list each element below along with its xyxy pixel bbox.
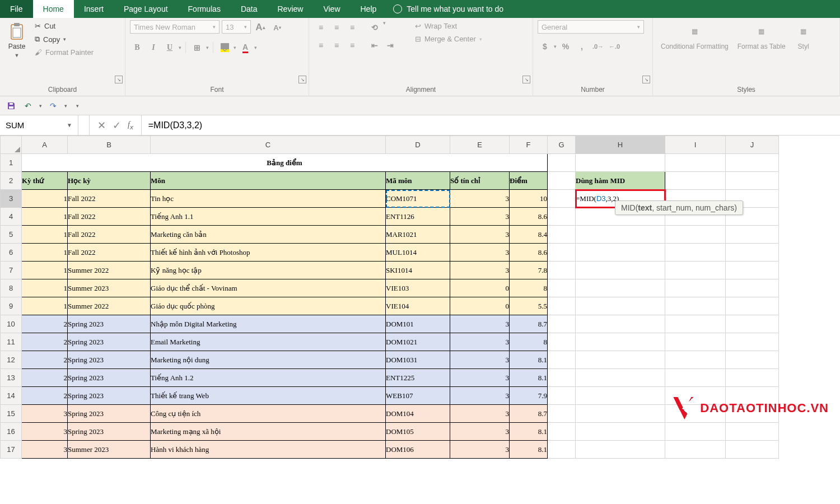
cell-A15[interactable]: 3 — [22, 405, 68, 423]
cell-G10[interactable] — [548, 315, 576, 333]
cell-F16[interactable]: 8.1 — [510, 423, 548, 441]
row-header-9[interactable]: 9 — [1, 297, 22, 315]
cell-C5[interactable]: Marketing căn bản — [151, 226, 386, 244]
cell-G16[interactable] — [548, 423, 576, 441]
cell-C12[interactable]: Marketing nội dung — [151, 351, 386, 369]
cell-D5[interactable]: MAR1021 — [386, 226, 450, 244]
accounting-icon[interactable]: $ — [538, 39, 552, 54]
cell-D12[interactable]: DOM1031 — [386, 351, 450, 369]
cell-B11[interactable]: Spring 2023 — [68, 333, 151, 351]
increase-decimal-icon[interactable]: .0→ — [591, 39, 605, 54]
cell-H17[interactable] — [576, 441, 665, 459]
underline-button[interactable]: U — [162, 40, 177, 55]
number-dialog-launcher[interactable]: ↘ — [642, 76, 650, 83]
cell-E17[interactable]: 3 — [450, 441, 510, 459]
cell-B9[interactable]: Summer 2022 — [68, 297, 151, 315]
cell-H15[interactable] — [576, 405, 665, 423]
cell-D3[interactable]: COM1071 — [386, 190, 450, 208]
row-header-12[interactable]: 12 — [1, 351, 22, 369]
cell-G17[interactable] — [548, 441, 576, 459]
cell-D7[interactable]: SKI1014 — [386, 262, 450, 279]
format-painter-button[interactable]: 🖌Format Painter — [31, 46, 97, 58]
cell-A17[interactable]: 3 — [22, 441, 68, 459]
row-header-14[interactable]: 14 — [1, 387, 22, 405]
cell-B8[interactable]: Summer 2023 — [68, 279, 151, 297]
header-kythu[interactable]: Kỳ thứ — [22, 172, 68, 190]
col-header-F[interactable]: F — [510, 136, 548, 154]
orientation-icon[interactable]: ⟲ — [367, 20, 382, 35]
cell-C6[interactable]: Thiết kế hình ảnh với Photoshop — [151, 244, 386, 262]
cell-G3[interactable] — [548, 190, 576, 208]
cell-C9[interactable]: Giáo dục quốc phòng — [151, 297, 386, 315]
cell-H7[interactable] — [576, 262, 665, 279]
conditional-formatting-button[interactable]: ▦Conditional Formatting — [657, 20, 732, 53]
wrap-text-button[interactable]: ↩Wrap Text — [412, 20, 486, 32]
cell-H16[interactable] — [576, 423, 665, 441]
cell-B16[interactable]: Spring 2023 — [68, 423, 151, 441]
cell-C4[interactable]: Tiếng Anh 1.1 — [151, 208, 386, 226]
clipboard-dialog-launcher[interactable]: ↘ — [115, 76, 123, 83]
cell-G7[interactable] — [548, 262, 576, 279]
header-hocky[interactable]: Học kỳ — [68, 172, 151, 190]
cell-styles-button[interactable]: ▦Styl — [791, 20, 816, 53]
font-color-button[interactable]: A — [238, 40, 253, 55]
increase-indent-icon[interactable]: ⇥ — [383, 38, 398, 53]
title-cell[interactable]: Bảng điểm — [22, 154, 548, 172]
name-box[interactable]: SUM▼ — [0, 115, 78, 135]
cell-B10[interactable]: Spring 2023 — [68, 315, 151, 333]
cell-F4[interactable]: 8.6 — [510, 208, 548, 226]
decrease-decimal-icon[interactable]: ←.0 — [607, 39, 622, 54]
font-size-combo[interactable]: 13▾ — [222, 20, 251, 34]
cell-E5[interactable]: 3 — [450, 226, 510, 244]
header-tinchi[interactable]: Số tín chỉ — [450, 172, 510, 190]
font-name-combo[interactable]: Times New Roman▾ — [130, 20, 220, 34]
align-center-icon[interactable]: ≡ — [329, 38, 344, 53]
col-header-D[interactable]: D — [386, 136, 450, 154]
cell-H6[interactable] — [576, 244, 665, 262]
cell-G9[interactable] — [548, 297, 576, 315]
cell-G6[interactable] — [548, 244, 576, 262]
tab-file[interactable]: File — [0, 0, 33, 18]
h2-label[interactable]: Dùng hàm MID — [576, 172, 665, 190]
align-left-icon[interactable]: ≡ — [314, 38, 328, 53]
italic-button[interactable]: I — [146, 40, 161, 55]
row-header-6[interactable]: 6 — [1, 244, 22, 262]
cut-button[interactable]: ✂Cut — [31, 20, 97, 32]
cell-C16[interactable]: Marketing mạng xã hội — [151, 423, 386, 441]
align-bottom-icon[interactable]: ≡ — [345, 20, 360, 35]
cell-D10[interactable]: DOM101 — [386, 315, 450, 333]
row-header-11[interactable]: 11 — [1, 333, 22, 351]
save-button[interactable] — [6, 100, 17, 111]
number-format-combo[interactable]: General▾ — [538, 20, 644, 34]
alignment-dialog-launcher[interactable]: ↘ — [522, 76, 530, 83]
cell-H11[interactable] — [576, 333, 665, 351]
align-right-icon[interactable]: ≡ — [345, 38, 360, 53]
cell-C8[interactable]: Giáo dục thể chất - Vovinam — [151, 279, 386, 297]
undo-button[interactable]: ↶ — [22, 100, 34, 111]
formula-input[interactable]: =MID(D3,3,2) — [142, 115, 840, 135]
row-header-1[interactable]: 1 — [1, 154, 22, 172]
cell-G13[interactable] — [548, 369, 576, 387]
cell-E3[interactable]: 3 — [450, 190, 510, 208]
enter-formula-icon[interactable]: ✓ — [113, 119, 121, 132]
cell-H10[interactable] — [576, 315, 665, 333]
tab-data[interactable]: Data — [231, 0, 268, 18]
cell-B14[interactable]: Spring 2023 — [68, 387, 151, 405]
increase-font-icon[interactable]: A▴ — [253, 20, 268, 35]
cell-H12[interactable] — [576, 351, 665, 369]
row-header-7[interactable]: 7 — [1, 262, 22, 279]
cell-C15[interactable]: Công cụ tiện ích — [151, 405, 386, 423]
select-all-corner[interactable] — [1, 136, 22, 154]
fill-color-button[interactable]: ◇ — [217, 40, 232, 55]
cell-B7[interactable]: Summer 2022 — [68, 262, 151, 279]
cell-B6[interactable]: Fall 2022 — [68, 244, 151, 262]
cell-A3[interactable]: 1 — [22, 190, 68, 208]
col-header-H[interactable]: H — [576, 136, 665, 154]
cell-G5[interactable] — [548, 226, 576, 244]
decrease-font-icon[interactable]: A▾ — [270, 20, 284, 35]
row-header-17[interactable]: 17 — [1, 441, 22, 459]
col-header-G[interactable]: G — [548, 136, 576, 154]
worksheet-grid[interactable]: ABCDEFGHIJ1Bảng điểm2Kỳ thứHọc kỳMônMã m… — [0, 136, 840, 459]
percent-icon[interactable]: % — [558, 39, 573, 54]
row-header-4[interactable]: 4 — [1, 208, 22, 226]
